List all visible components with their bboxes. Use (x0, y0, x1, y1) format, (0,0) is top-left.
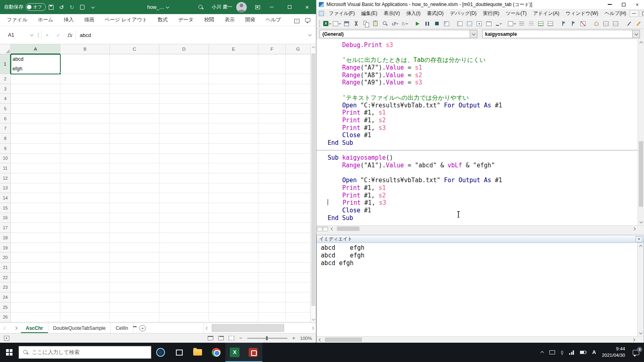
cell-B22[interactable] (60, 273, 110, 283)
run-button[interactable] (413, 19, 422, 28)
code-line-4[interactable]: Range("A7").Value = s1 (328, 64, 638, 72)
cell-B6[interactable] (60, 114, 110, 124)
cell-D8[interactable] (159, 134, 209, 144)
code-line-23[interactable]: Close #1 (328, 207, 638, 214)
child-minimize-button[interactable] (630, 10, 638, 17)
cell-F7[interactable] (258, 123, 286, 134)
cell-A25[interactable] (11, 302, 60, 313)
cell-A13[interactable] (11, 183, 60, 193)
cell-F26[interactable] (258, 313, 286, 323)
name-box[interactable]: A1 (5, 31, 35, 39)
cell-G5[interactable] (286, 104, 310, 114)
cell-F8[interactable] (258, 134, 286, 144)
cell-A8[interactable] (11, 134, 60, 144)
sheet-nav-prev-button[interactable] (0, 323, 10, 333)
sheet-vertical-scrollbar[interactable] (310, 44, 316, 323)
scroll-track[interactable] (324, 337, 630, 343)
expand-formula-bar-button[interactable] (305, 34, 314, 36)
row-header-6[interactable]: 6 (0, 114, 11, 124)
code-line-2[interactable] (328, 49, 638, 57)
vba-menu-item-8[interactable]: アドイン(A) (530, 9, 562, 18)
cell-C2[interactable] (110, 74, 159, 84)
highlighter-button[interactable] (634, 19, 643, 28)
cell-C7[interactable] (110, 123, 159, 134)
procedure-combo[interactable]: kaigyosample (482, 30, 640, 38)
cell-F21[interactable] (258, 263, 286, 273)
scroll-thumb[interactable] (325, 337, 362, 342)
cell-A17[interactable] (11, 223, 60, 233)
clear-bookmarks-button[interactable] (578, 19, 588, 28)
cortana-button[interactable] (151, 343, 170, 362)
cell-F9[interactable] (258, 144, 286, 154)
code-line-6[interactable]: Range("A9").Value = s3 (328, 79, 638, 86)
cell-D22[interactable] (159, 273, 209, 283)
cell-B16[interactable] (60, 213, 110, 223)
ribbon-tab-10[interactable]: ヘルプ (260, 14, 286, 26)
design-mode-button[interactable] (442, 19, 451, 28)
copy-button[interactable] (361, 19, 370, 28)
toolbox-button[interactable] (484, 19, 493, 28)
col-header-B[interactable]: B (60, 44, 110, 54)
code-line-1[interactable]: Debug.Print s3 (328, 41, 638, 49)
cell-D21[interactable] (159, 263, 209, 273)
scroll-thumb[interactable] (212, 324, 284, 332)
cell-D9[interactable] (159, 144, 209, 154)
code-line-24[interactable]: End Sub (328, 214, 638, 222)
cell-E23[interactable] (209, 282, 258, 292)
cell-B26[interactable] (60, 313, 110, 323)
code-line-19[interactable]: Open "C:¥results¥vbTab.txt" For Output A… (328, 177, 638, 184)
scroll-right-button[interactable] (630, 228, 638, 230)
combo-dropdown-button[interactable] (632, 30, 640, 38)
cell-F22[interactable] (258, 273, 286, 283)
parameter-info-button[interactable] (611, 19, 620, 28)
notification-center-button[interactable]: 3 (631, 350, 639, 355)
cell-C4[interactable] (110, 94, 159, 104)
window-splitter[interactable] (316, 232, 644, 235)
code-line-21[interactable]: Print #1, s2 (328, 192, 638, 200)
cell-A20[interactable] (11, 253, 60, 263)
code-line-15[interactable] (328, 147, 638, 154)
cell-F4[interactable] (258, 94, 286, 104)
cell-E2[interactable] (209, 74, 258, 84)
row-header-25[interactable]: 25 (0, 302, 11, 313)
cell-D6[interactable] (159, 114, 209, 124)
cell-B14[interactable] (60, 193, 110, 203)
scroll-down-button[interactable] (638, 219, 644, 225)
cell-G21[interactable] (286, 263, 310, 273)
cell-E16[interactable] (209, 213, 258, 223)
cell-C14[interactable] (110, 193, 159, 203)
row-header-18[interactable]: 18 (0, 233, 11, 243)
sheet-tab-overflow[interactable]: … (133, 323, 136, 327)
cell-D3[interactable] (159, 84, 209, 94)
cell-E12[interactable] (209, 173, 258, 183)
cell-F17[interactable] (258, 223, 286, 233)
user-name[interactable]: 小川 慶一 (212, 4, 232, 10)
autosave-toggle[interactable]: 自動保存 オフ (4, 3, 46, 11)
cell-D7[interactable] (159, 123, 209, 134)
cell-E6[interactable] (209, 114, 258, 124)
cell-G10[interactable] (286, 154, 310, 164)
cell-B10[interactable] (60, 154, 110, 164)
battery-tray-button[interactable] (580, 351, 586, 354)
code-line-3[interactable]: 'セルに出力したときは、Tabの存在は分かりにくい (328, 56, 638, 64)
cell-D11[interactable] (159, 163, 209, 173)
cell-E22[interactable] (209, 273, 258, 283)
ribbon-tab-3[interactable]: 描画 (79, 14, 99, 26)
immediate-line-2[interactable]: abcd efgh (321, 252, 637, 259)
ribbon-tab-7[interactable]: 校閲 (199, 14, 219, 26)
cell-E25[interactable] (209, 302, 258, 313)
scroll-thumb[interactable] (337, 226, 359, 231)
cell-F6[interactable] (258, 114, 286, 124)
taskbar-clock[interactable]: 9:44 2021/04/30 (602, 346, 625, 358)
immediate-close-button[interactable]: × (636, 236, 642, 242)
code-line-5[interactable]: Range("A8").Value = s2 (328, 72, 638, 79)
insert-userform-button[interactable] (332, 19, 341, 28)
scroll-up-button[interactable] (311, 44, 316, 51)
network-tray-button[interactable] (569, 350, 574, 355)
cell-D19[interactable] (159, 243, 209, 253)
cell-A12[interactable] (11, 173, 60, 183)
zoom-slider-knob[interactable] (266, 336, 268, 340)
cell-A1[interactable]: abcdefgh (11, 54, 60, 74)
microphone-tray-button[interactable] (561, 351, 563, 354)
cell-E10[interactable] (209, 154, 258, 164)
